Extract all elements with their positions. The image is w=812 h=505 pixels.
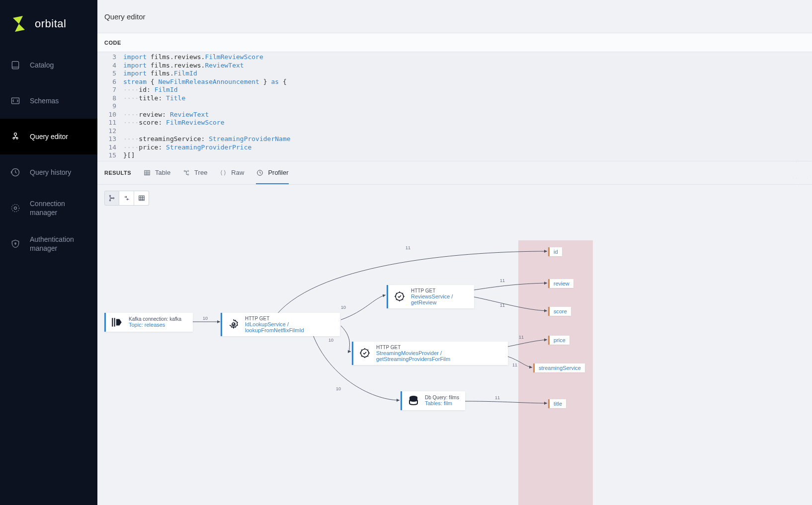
svg-point-12 bbox=[113, 197, 114, 198]
view-sequence-button[interactable] bbox=[119, 191, 134, 206]
sidebar-item-query-editor[interactable]: Query editor bbox=[0, 119, 97, 154]
output-review[interactable]: review bbox=[548, 279, 573, 288]
tab-label: Tree bbox=[194, 169, 207, 176]
query-editor-icon bbox=[10, 131, 21, 142]
node-title: HTTP GET bbox=[376, 345, 503, 350]
output-title[interactable]: title bbox=[548, 399, 566, 408]
logo-mark-icon bbox=[9, 14, 29, 34]
code-line: 7····id: FilmId bbox=[97, 86, 812, 94]
history-icon bbox=[10, 167, 21, 178]
gear-icon bbox=[227, 318, 240, 331]
svg-text:10: 10 bbox=[341, 305, 346, 310]
tab-label: Table bbox=[155, 169, 170, 176]
results-label: RESULTS bbox=[104, 170, 131, 176]
node-subtitle: ReviewsService / getReview bbox=[411, 293, 469, 305]
sidebar-item-auth-manager[interactable]: Authentication manager bbox=[0, 226, 97, 262]
sidebar-item-query-history[interactable]: Query history bbox=[0, 154, 97, 190]
svg-text:11: 11 bbox=[500, 278, 505, 283]
node-streaming[interactable]: HTTP GET StreamingMoviesProvider / getSt… bbox=[352, 342, 508, 365]
svg-text:10: 10 bbox=[336, 386, 341, 391]
sidebar-item-schemas[interactable]: Schemas bbox=[0, 83, 97, 119]
code-editor[interactable]: 3import films.reviews.FilmReviewScore4im… bbox=[97, 52, 812, 161]
svg-point-7 bbox=[187, 170, 188, 171]
main-content: Query editor CODE 3import films.reviews.… bbox=[97, 0, 812, 505]
shield-icon bbox=[10, 238, 21, 249]
node-title: HTTP GET bbox=[245, 316, 335, 321]
output-price[interactable]: price bbox=[548, 336, 569, 345]
database-icon bbox=[407, 394, 420, 407]
node-subtitle: StreamingMoviesProvider / getStreamingPr… bbox=[376, 350, 503, 362]
svg-point-10 bbox=[109, 195, 110, 196]
node-reviews[interactable]: HTTP GET ReviewsService / getReview bbox=[387, 285, 474, 308]
page-header: Query editor bbox=[97, 0, 812, 33]
gear-icon bbox=[393, 290, 406, 303]
sidebar-item-catalog[interactable]: Catalog bbox=[0, 47, 97, 83]
svg-point-1 bbox=[14, 133, 17, 136]
tab-table[interactable]: Table bbox=[143, 162, 170, 184]
code-line: 6stream { NewFilmReleaseAnnouncement } a… bbox=[97, 78, 812, 86]
tab-profiler[interactable]: Profiler bbox=[256, 162, 288, 184]
sidebar-item-connection-manager[interactable]: Connection manager bbox=[0, 190, 97, 226]
tree-icon bbox=[182, 169, 190, 177]
node-title: Kafka connection: kafka bbox=[129, 316, 181, 322]
svg-point-2 bbox=[14, 207, 17, 210]
svg-text:10: 10 bbox=[328, 338, 333, 343]
svg-rect-24 bbox=[112, 318, 113, 326]
node-db[interactable]: Db Query: films Tables: film bbox=[401, 391, 465, 410]
profiler-icon bbox=[256, 169, 264, 177]
code-line: 5import films.FilmId bbox=[97, 70, 812, 78]
sidebar: orbital Catalog Schemas Query editor Que… bbox=[0, 0, 97, 505]
sidebar-item-label: Connection manager bbox=[30, 199, 87, 217]
sidebar-item-label: Authentication manager bbox=[30, 235, 87, 253]
code-section-label: CODE bbox=[104, 40, 121, 46]
tab-label: Profiler bbox=[268, 169, 288, 176]
output-score[interactable]: score bbox=[548, 307, 571, 316]
svg-point-3 bbox=[12, 205, 19, 212]
kafka-icon bbox=[111, 316, 124, 329]
page-title: Query editor bbox=[104, 12, 146, 21]
profiler-canvas[interactable]: 10 11 10 10 10 11 11 11 11 bbox=[97, 212, 812, 505]
code-line: 10····review: ReviewText bbox=[97, 111, 812, 119]
code-line: 12 bbox=[97, 127, 812, 136]
code-line: 4import films.reviews.ReviewText bbox=[97, 62, 812, 70]
node-subtitle: Topic: releases bbox=[129, 322, 181, 328]
svg-text:11: 11 bbox=[512, 362, 517, 367]
output-streaming-service[interactable]: streamingService bbox=[533, 363, 585, 372]
raw-icon bbox=[219, 169, 227, 177]
view-table-button[interactable] bbox=[134, 191, 149, 206]
view-graph-button[interactable] bbox=[104, 191, 119, 206]
code-line: 13····streamingService: StreamingProvide… bbox=[97, 135, 812, 144]
resize-handle[interactable]: · · · · · · · ·· · · · · · · · bbox=[792, 158, 810, 161]
book-icon bbox=[10, 60, 21, 71]
svg-point-11 bbox=[109, 200, 110, 201]
tab-label: Raw bbox=[231, 169, 244, 176]
node-title: Db Query: films bbox=[425, 395, 459, 400]
schemas-icon bbox=[10, 95, 21, 106]
node-idlookup[interactable]: HTTP GET IdLookupService / lookupFromNet… bbox=[221, 313, 340, 336]
svg-point-4 bbox=[15, 243, 16, 244]
output-id[interactable]: id bbox=[548, 247, 562, 256]
tab-tree[interactable]: Tree bbox=[182, 162, 207, 184]
svg-rect-13 bbox=[139, 196, 144, 200]
table-icon bbox=[143, 169, 151, 177]
svg-rect-5 bbox=[145, 170, 150, 175]
sidebar-item-label: Query editor bbox=[30, 132, 68, 141]
code-line: 3import films.reviews.FilmReviewScore bbox=[97, 53, 812, 62]
sidebar-item-label: Schemas bbox=[30, 96, 59, 105]
code-line: 9 bbox=[97, 102, 812, 111]
code-section-header: CODE bbox=[97, 33, 812, 52]
tab-raw[interactable]: Raw bbox=[219, 162, 244, 184]
code-line: 11····score: FilmReviewScore bbox=[97, 119, 812, 127]
sidebar-item-label: Query history bbox=[30, 168, 71, 177]
code-line: 14····price: StreamingProviderPrice bbox=[97, 144, 812, 152]
gear-icon bbox=[358, 347, 371, 360]
node-subtitle: Tables: film bbox=[425, 400, 459, 406]
app-name: orbital bbox=[35, 17, 66, 30]
code-line: 8····title: Title bbox=[97, 94, 812, 103]
node-subtitle: IdLookupService / lookupFromNetflixFilmI… bbox=[245, 321, 335, 333]
svg-text:11: 11 bbox=[500, 303, 505, 308]
node-kafka[interactable]: Kafka connection: kafka Topic: releases bbox=[104, 313, 193, 332]
profiler-toolbar bbox=[97, 185, 812, 212]
results-tabs: RESULTS Table Tree Raw Profiler bbox=[97, 161, 812, 185]
code-line: 15}[] bbox=[97, 151, 812, 160]
